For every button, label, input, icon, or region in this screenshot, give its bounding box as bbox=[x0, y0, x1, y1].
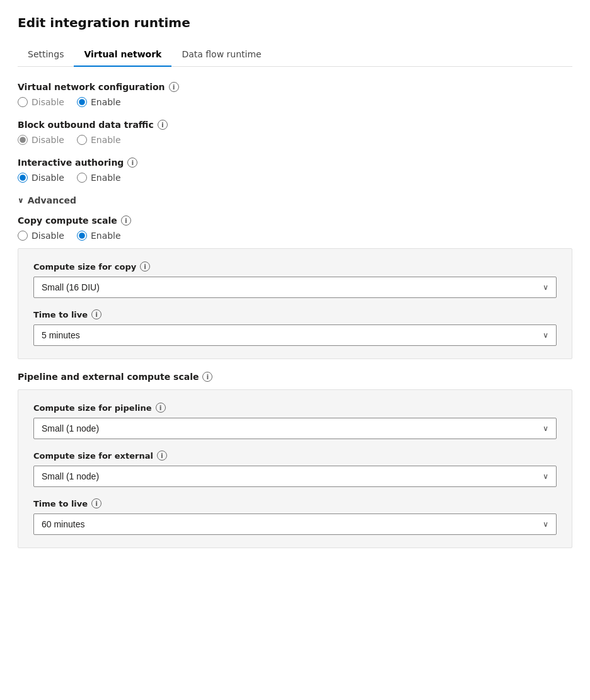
block-outbound-enable-radio[interactable] bbox=[77, 135, 87, 145]
virtual-network-config-enable-radio[interactable] bbox=[77, 97, 87, 107]
virtual-network-config-label: Virtual network configuration i bbox=[18, 82, 572, 92]
time-to-live-pipeline-info-icon: i bbox=[91, 498, 101, 508]
copy-compute-scale-enable-label: Enable bbox=[91, 231, 121, 241]
virtual-network-config-radio-group: Disable Enable bbox=[18, 97, 572, 107]
compute-size-for-external-select[interactable]: Small (1 node) Medium (2 nodes) Large (4… bbox=[34, 466, 556, 486]
compute-size-for-pipeline-info-icon: i bbox=[156, 403, 166, 413]
virtual-network-config-disable-radio[interactable] bbox=[18, 97, 28, 107]
tab-settings[interactable]: Settings bbox=[18, 43, 74, 67]
advanced-label: Advanced bbox=[28, 195, 76, 205]
time-to-live-pipeline-section: Time to live i 60 minutes 30 minutes 120… bbox=[33, 498, 557, 535]
block-outbound-disable-option[interactable]: Disable bbox=[18, 135, 64, 145]
block-outbound-section: Block outbound data traffic i Disable En… bbox=[18, 120, 572, 145]
compute-size-for-copy-label: Compute size for copy i bbox=[33, 261, 557, 272]
advanced-chevron-icon: ∨ bbox=[18, 196, 24, 205]
interactive-authoring-disable-radio[interactable] bbox=[18, 173, 28, 183]
compute-size-for-copy-info-icon: i bbox=[140, 261, 150, 272]
pipeline-external-scale-label: Pipeline and external compute scale i bbox=[18, 372, 572, 382]
compute-size-for-pipeline-label: Compute size for pipeline i bbox=[33, 403, 557, 413]
copy-compute-scale-disable-radio[interactable] bbox=[18, 231, 28, 241]
page-title: Edit integration runtime bbox=[18, 15, 572, 30]
compute-size-for-copy-select[interactable]: Small (16 DIU) Medium (32 DIU) Large (64… bbox=[34, 277, 556, 297]
interactive-authoring-disable-option[interactable]: Disable bbox=[18, 173, 64, 183]
time-to-live-copy-dropdown[interactable]: 5 minutes 10 minutes 20 minutes 30 minut… bbox=[33, 324, 557, 346]
copy-compute-scale-section: Copy compute scale i Disable Enable Comp… bbox=[18, 215, 572, 359]
time-to-live-pipeline-dropdown[interactable]: 60 minutes 30 minutes 120 minutes ∨ bbox=[33, 514, 557, 535]
advanced-toggle[interactable]: ∨ Advanced bbox=[18, 195, 572, 205]
virtual-network-config-section: Virtual network configuration i Disable … bbox=[18, 82, 572, 107]
interactive-authoring-radio-group: Disable Enable bbox=[18, 173, 572, 183]
interactive-authoring-enable-radio[interactable] bbox=[77, 173, 87, 183]
pipeline-external-scale-section: Pipeline and external compute scale i Co… bbox=[18, 372, 572, 548]
interactive-authoring-enable-label: Enable bbox=[91, 173, 121, 183]
pipeline-external-scale-sub-panel: Compute size for pipeline i Small (1 nod… bbox=[18, 389, 572, 548]
tab-data-flow-runtime[interactable]: Data flow runtime bbox=[171, 43, 271, 67]
compute-size-for-external-section: Compute size for external i Small (1 nod… bbox=[33, 450, 557, 487]
time-to-live-pipeline-label: Time to live i bbox=[33, 498, 557, 508]
tab-virtual-network[interactable]: Virtual network bbox=[74, 43, 171, 67]
time-to-live-copy-info-icon: i bbox=[91, 309, 101, 319]
compute-size-for-pipeline-dropdown[interactable]: Small (1 node) Medium (2 nodes) Large (4… bbox=[33, 418, 557, 439]
compute-size-for-copy-dropdown[interactable]: Small (16 DIU) Medium (32 DIU) Large (64… bbox=[33, 277, 557, 298]
time-to-live-copy-label: Time to live i bbox=[33, 309, 557, 319]
time-to-live-copy-section: Time to live i 5 minutes 10 minutes 20 m… bbox=[33, 309, 557, 346]
interactive-authoring-disable-label: Disable bbox=[32, 173, 64, 183]
block-outbound-disable-radio[interactable] bbox=[18, 135, 28, 145]
virtual-network-config-enable-label: Enable bbox=[91, 97, 121, 107]
block-outbound-info-icon: i bbox=[158, 120, 168, 130]
tab-bar: Settings Virtual network Data flow runti… bbox=[18, 43, 572, 67]
interactive-authoring-section: Interactive authoring i Disable Enable bbox=[18, 158, 572, 183]
compute-size-for-copy-section: Compute size for copy i Small (16 DIU) M… bbox=[33, 261, 557, 298]
compute-size-for-external-label: Compute size for external i bbox=[33, 450, 557, 461]
copy-compute-scale-enable-option[interactable]: Enable bbox=[77, 231, 121, 241]
time-to-live-pipeline-select[interactable]: 60 minutes 30 minutes 120 minutes bbox=[34, 514, 556, 534]
copy-compute-scale-disable-label: Disable bbox=[32, 231, 64, 241]
virtual-network-config-enable-option[interactable]: Enable bbox=[77, 97, 121, 107]
copy-compute-scale-enable-radio[interactable] bbox=[77, 231, 87, 241]
block-outbound-enable-label: Enable bbox=[91, 135, 121, 145]
copy-compute-scale-label: Copy compute scale i bbox=[18, 215, 572, 226]
compute-size-for-pipeline-select[interactable]: Small (1 node) Medium (2 nodes) Large (4… bbox=[34, 418, 556, 439]
compute-size-for-external-info-icon: i bbox=[157, 450, 167, 461]
block-outbound-disable-label: Disable bbox=[32, 135, 64, 145]
virtual-network-config-disable-option[interactable]: Disable bbox=[18, 97, 64, 107]
copy-compute-scale-sub-panel: Compute size for copy i Small (16 DIU) M… bbox=[18, 248, 572, 359]
block-outbound-label: Block outbound data traffic i bbox=[18, 120, 572, 130]
copy-compute-scale-radio-group: Disable Enable bbox=[18, 231, 572, 241]
compute-size-for-pipeline-section: Compute size for pipeline i Small (1 nod… bbox=[33, 403, 557, 439]
copy-compute-scale-disable-option[interactable]: Disable bbox=[18, 231, 64, 241]
pipeline-external-scale-info-icon: i bbox=[202, 372, 212, 382]
virtual-network-config-info-icon: i bbox=[169, 82, 179, 92]
virtual-network-config-disable-label: Disable bbox=[32, 97, 64, 107]
interactive-authoring-enable-option[interactable]: Enable bbox=[77, 173, 121, 183]
block-outbound-radio-group: Disable Enable bbox=[18, 135, 572, 145]
interactive-authoring-label: Interactive authoring i bbox=[18, 158, 572, 168]
block-outbound-enable-option[interactable]: Enable bbox=[77, 135, 121, 145]
time-to-live-copy-select[interactable]: 5 minutes 10 minutes 20 minutes 30 minut… bbox=[34, 325, 556, 345]
interactive-authoring-info-icon: i bbox=[127, 158, 137, 168]
compute-size-for-external-dropdown[interactable]: Small (1 node) Medium (2 nodes) Large (4… bbox=[33, 466, 557, 487]
copy-compute-scale-info-icon: i bbox=[121, 215, 131, 226]
